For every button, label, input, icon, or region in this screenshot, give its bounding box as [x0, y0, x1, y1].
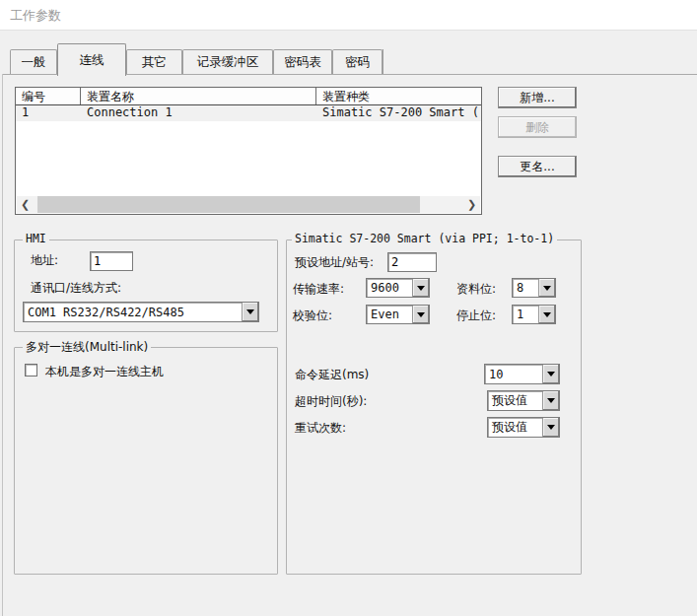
- timeout-label: 超时时间(秒):: [295, 393, 367, 410]
- dropdown-arrow-icon[interactable]: [538, 306, 555, 323]
- port-select[interactable]: COM1 RS232/RS422/RS485: [23, 302, 259, 322]
- delete-button[interactable]: 删除: [498, 116, 577, 138]
- dropdown-arrow-icon[interactable]: [542, 418, 559, 437]
- tab-password[interactable]: 密码: [332, 49, 383, 74]
- scroll-right-icon[interactable]: ❯: [463, 196, 480, 213]
- multilink-group-title: 多对一连线(Multi-link): [23, 339, 151, 356]
- scrollbar-thumb[interactable]: [37, 196, 420, 213]
- horizontal-scrollbar[interactable]: ❮ ❯: [17, 196, 480, 213]
- stopbits-label: 停止位:: [456, 308, 496, 324]
- rename-button[interactable]: 更名...: [498, 156, 577, 177]
- tab-connection[interactable]: 连线: [57, 43, 126, 76]
- parity-select-value: Even: [367, 308, 412, 321]
- row-name: Connection 1: [81, 105, 316, 121]
- dropdown-arrow-icon[interactable]: [412, 279, 429, 297]
- baud-select[interactable]: 9600: [366, 278, 430, 298]
- add-button[interactable]: 新增...: [498, 87, 577, 108]
- tab-password-table[interactable]: 密码表: [273, 49, 332, 74]
- tab-record-buffer[interactable]: 记录缓冲区: [182, 49, 273, 74]
- plc-group-title: Simatic S7-200 Smart (via PPI; 1-to-1): [292, 232, 557, 245]
- command-delay-select[interactable]: 10: [484, 364, 560, 384]
- tab-general[interactable]: 一般: [10, 49, 57, 74]
- plc-group: Simatic S7-200 Smart (via PPI; 1-to-1) 预…: [286, 240, 582, 575]
- parity-label: 校验位:: [293, 308, 332, 324]
- hmi-group: HMI 地址: 通讯口/连线方式: COM1 RS232/RS422/RS485: [14, 240, 278, 332]
- retry-value: 预设值: [488, 419, 542, 436]
- address-input[interactable]: [90, 251, 133, 271]
- tab-pane-left-border: [2, 74, 3, 616]
- dropdown-arrow-icon[interactable]: [542, 365, 559, 383]
- port-select-value: COM1 RS232/RS422/RS485: [24, 306, 242, 319]
- baud-label: 传输速率:: [293, 281, 344, 298]
- window-caption: 工作参数: [0, 0, 697, 31]
- dropdown-arrow-icon[interactable]: [538, 279, 555, 297]
- dropdown-arrow-icon[interactable]: [412, 306, 429, 323]
- command-delay-value: 10: [485, 368, 542, 381]
- address-label: 地址:: [31, 252, 58, 269]
- window-title: 工作参数: [10, 7, 61, 25]
- baud-select-value: 9600: [367, 281, 412, 295]
- dropdown-arrow-icon[interactable]: [542, 391, 559, 410]
- retry-select[interactable]: 预设值: [487, 417, 560, 438]
- column-header-name[interactable]: 装置名称: [81, 88, 316, 104]
- port-label: 通讯口/连线方式:: [31, 280, 121, 297]
- station-label: 预设地址/站号:: [295, 254, 374, 271]
- station-input[interactable]: [387, 252, 437, 272]
- row-type: Simatic S7-200 Smart (: [316, 105, 481, 121]
- column-header-id[interactable]: 编号: [16, 88, 81, 104]
- stopbits-select-value: 1: [513, 308, 538, 321]
- multilink-master-label: 本机是多对一连线主机: [45, 364, 164, 380]
- databits-select[interactable]: 8: [512, 278, 556, 298]
- work-parameters-dialog: 工作参数 一般 连线 其它 记录缓冲区 密码表 密码 编号 装置名称 装置种类 …: [0, 0, 697, 616]
- stopbits-select[interactable]: 1: [512, 305, 556, 324]
- dropdown-arrow-icon[interactable]: [242, 303, 258, 321]
- hmi-group-title: HMI: [23, 232, 49, 245]
- tab-other[interactable]: 其它: [126, 49, 182, 74]
- table-row[interactable]: 1 Connection 1 Simatic S7-200 Smart (: [16, 105, 481, 121]
- device-list: 编号 装置名称 装置种类 1 Connection 1 Simatic S7-2…: [15, 87, 482, 215]
- device-list-header: 编号 装置名称 装置种类: [16, 88, 481, 105]
- databits-label: 资料位:: [456, 281, 496, 298]
- column-header-type[interactable]: 装置种类: [316, 88, 481, 104]
- command-delay-label: 命令延迟(ms): [295, 367, 369, 383]
- scroll-left-icon[interactable]: ❮: [17, 196, 34, 213]
- multilink-master-checkbox[interactable]: [25, 364, 37, 376]
- multilink-group: 多对一连线(Multi-link) 本机是多对一连线主机: [14, 347, 278, 575]
- tab-strip-end-divider: [383, 49, 383, 74]
- row-id: 1: [16, 105, 81, 121]
- parity-select[interactable]: Even: [366, 305, 430, 324]
- timeout-value: 预设值: [488, 392, 542, 409]
- timeout-select[interactable]: 预设值: [487, 390, 560, 411]
- databits-select-value: 8: [513, 281, 538, 295]
- retry-label: 重试次数:: [295, 420, 346, 437]
